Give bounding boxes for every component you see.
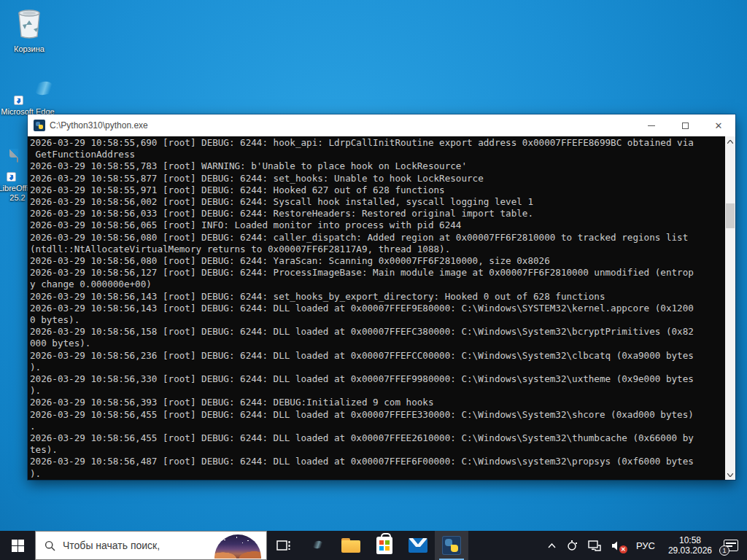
console-line: (ntdll::NtAllocateVirtualMemory returns … <box>30 244 724 255</box>
console-line: 2026-03-29 10:58:55,877 [root] DEBUG: 62… <box>30 173 724 184</box>
console-line: ). <box>30 468 724 480</box>
console-line: 2026-03-29 10:58:55,783 [root] WARNING: … <box>30 160 724 172</box>
recycle-bin-icon <box>1 6 57 42</box>
console-line: 2026-03-29 10:58:56,143 [root] DEBUG: 62… <box>30 291 724 303</box>
window-title: C:\Python310\python.exe <box>50 120 148 131</box>
console-line: 2026-03-29 10:58:56,080 [root] DEBUG: 62… <box>30 232 724 244</box>
desktop-icon-edge[interactable]: Microsoft Edge <box>0 74 55 117</box>
console-line: 2026-03-29 10:58:55,971 [root] DEBUG: 62… <box>30 184 724 196</box>
desktop-icon-recycle-bin[interactable]: Корзина <box>1 6 57 54</box>
taskbar-edge-button[interactable] <box>301 531 334 560</box>
scroll-up-arrow[interactable] <box>725 136 735 147</box>
console-line: 2026-03-29 10:58:56,236 [root] DEBUG: 62… <box>30 350 724 362</box>
mail-icon <box>409 538 427 553</box>
window-titlebar[interactable]: C:\Python310\python.exe ✕ <box>28 114 735 136</box>
search-placeholder: Чтобы начать поиск, <box>63 540 160 551</box>
system-tray: ✕ РУС 10:58 29.03.2026 1 <box>543 531 747 560</box>
python-console-icon <box>442 536 461 555</box>
edge-icon <box>12 74 43 105</box>
language-indicator[interactable]: РУС <box>629 531 662 560</box>
vertical-scrollbar[interactable] <box>725 136 735 480</box>
python-console-icon <box>34 120 45 131</box>
console-line: 2026-03-29 10:58:56,455 [root] DEBUG: 62… <box>30 409 724 421</box>
close-button[interactable]: ✕ <box>702 114 735 136</box>
mute-badge-icon: ✕ <box>619 545 627 553</box>
minimize-button[interactable] <box>635 114 668 136</box>
scroll-down-arrow[interactable] <box>725 470 735 480</box>
console-output[interactable]: 2026-03-29 10:58:55,690 [root] DEBUG: 62… <box>28 136 735 480</box>
taskbar-store-button[interactable] <box>368 531 401 560</box>
minimize-icon <box>648 125 655 126</box>
console-line: 2026-03-29 10:58:56,158 [root] DEBUG: 62… <box>30 326 724 338</box>
console-line: tes). <box>30 444 724 456</box>
console-line: 2026-03-29 10:58:56,455 [root] DEBUG: 62… <box>30 432 724 444</box>
clock[interactable]: 10:58 29.03.2026 <box>662 531 718 560</box>
taskbar-file-explorer-button[interactable] <box>334 531 368 560</box>
show-hidden-icons-button[interactable] <box>543 531 561 560</box>
console-line: 000 bytes). <box>30 338 724 349</box>
desktop: Корзина Microsoft Edge LibreOffice 25.2 … <box>0 0 747 560</box>
console-line: ). <box>30 362 724 373</box>
shortcut-arrow-icon <box>7 172 16 182</box>
desktop-icon-label: Корзина <box>1 44 57 54</box>
chevron-up-icon <box>548 543 556 548</box>
action-center-button[interactable]: 1 <box>718 531 747 560</box>
taskbar: Чтобы начать поиск, <box>0 531 747 560</box>
console-line: 2026-03-29 10:58:56,127 [root] DEBUG: 62… <box>30 267 724 279</box>
console-line: 2026-03-29 10:58:56,033 [root] DEBUG: 62… <box>30 208 724 219</box>
console-line: 2026-03-29 10:58:56,080 [root] DEBUG: 62… <box>30 255 724 267</box>
search-icon <box>44 540 55 551</box>
network-icon <box>588 540 601 551</box>
volume-button[interactable]: ✕ <box>606 531 629 560</box>
console-line: . <box>30 421 724 432</box>
task-view-icon <box>276 539 291 552</box>
tray-status-button[interactable] <box>561 531 583 560</box>
shortcut-arrow-icon <box>14 96 23 105</box>
console-line: 2026-03-29 10:58:56,143 [root] DEBUG: 62… <box>30 303 724 314</box>
edge-icon <box>309 537 326 554</box>
notification-badge: 1 <box>719 545 729 556</box>
console-line: 2026-03-29 10:58:56,065 [root] INFO: Loa… <box>30 219 724 231</box>
search-highlight-illustration[interactable] <box>210 532 266 559</box>
libreoffice-icon <box>5 149 30 182</box>
console-line: 0 bytes). <box>30 314 724 326</box>
console-line: 2026-03-29 10:58:55,690 [root] DEBUG: 62… <box>30 137 724 149</box>
console-window: C:\Python310\python.exe ✕ 2026-03-29 10:… <box>28 114 735 480</box>
console-line: 2026-03-29 10:58:56,393 [root] DEBUG: 62… <box>30 397 724 408</box>
taskbar-mail-button[interactable] <box>401 531 435 560</box>
clock-date: 29.03.2026 <box>668 545 712 556</box>
status-circle-icon <box>566 540 578 551</box>
scrollbar-thumb[interactable] <box>726 203 735 228</box>
file-explorer-icon <box>341 538 360 553</box>
console-line: GetFunctionAddress <box>30 149 724 160</box>
console-line: 2026-03-29 10:58:56,487 [root] DEBUG: 62… <box>30 456 724 467</box>
task-view-button[interactable] <box>267 531 301 560</box>
maximize-icon <box>682 122 689 129</box>
search-input[interactable]: Чтобы начать поиск, <box>35 531 267 560</box>
maximize-button[interactable] <box>668 114 702 136</box>
windows-logo-icon <box>12 540 24 552</box>
console-line: 2026-03-29 10:58:56,330 [root] DEBUG: 62… <box>30 373 724 385</box>
console-line: y change 0.000000e+00) <box>30 279 724 290</box>
start-button[interactable] <box>0 531 35 560</box>
network-button[interactable] <box>583 531 606 560</box>
taskbar-python-button[interactable] <box>435 531 468 560</box>
console-line: ). <box>30 385 724 397</box>
clock-time: 10:58 <box>668 535 712 545</box>
microsoft-store-icon <box>376 537 392 554</box>
console-line: 2026-03-29 10:58:56,002 [root] DEBUG: 62… <box>30 196 724 208</box>
close-icon: ✕ <box>715 121 723 131</box>
